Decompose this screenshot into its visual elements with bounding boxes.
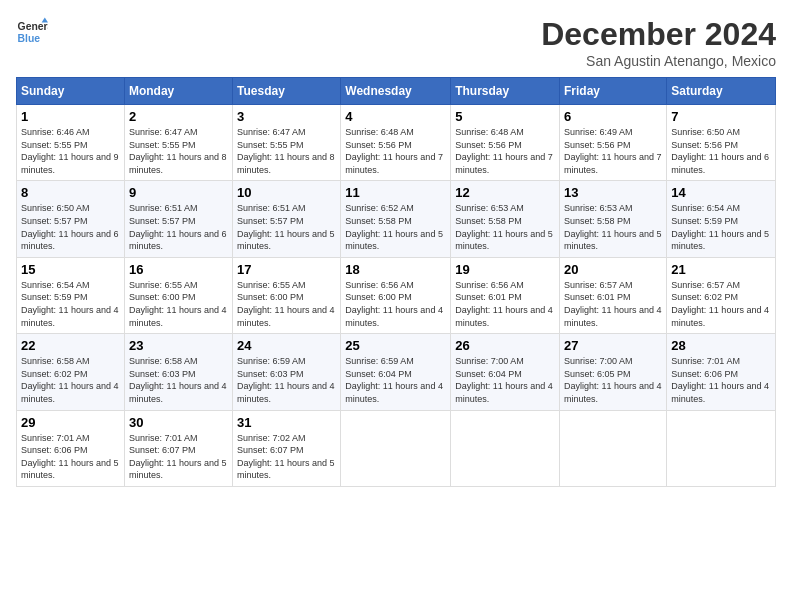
- sunrise-label: Sunrise: 6:57 AM: [671, 280, 740, 290]
- day-number: 18: [345, 262, 446, 277]
- sunrise-label: Sunrise: 6:56 AM: [455, 280, 524, 290]
- calendar-week-row: 15 Sunrise: 6:54 AM Sunset: 5:59 PM Dayl…: [17, 257, 776, 333]
- day-number: 10: [237, 185, 336, 200]
- day-info: Sunrise: 6:58 AM Sunset: 6:02 PM Dayligh…: [21, 355, 120, 405]
- calendar-cell: 30 Sunrise: 7:01 AM Sunset: 6:07 PM Dayl…: [124, 410, 232, 486]
- day-number: 25: [345, 338, 446, 353]
- calendar-cell: 12 Sunrise: 6:53 AM Sunset: 5:58 PM Dayl…: [451, 181, 560, 257]
- header-friday: Friday: [560, 78, 667, 105]
- calendar-cell: 22 Sunrise: 6:58 AM Sunset: 6:02 PM Dayl…: [17, 334, 125, 410]
- sunset-label: Sunset: 6:06 PM: [671, 369, 738, 379]
- sunrise-label: Sunrise: 6:53 AM: [564, 203, 633, 213]
- day-info: Sunrise: 6:50 AM Sunset: 5:57 PM Dayligh…: [21, 202, 120, 252]
- calendar-header-row: SundayMondayTuesdayWednesdayThursdayFrid…: [17, 78, 776, 105]
- sunrise-label: Sunrise: 6:58 AM: [129, 356, 198, 366]
- daylight-label: Daylight: 11 hours and 5 minutes.: [237, 229, 335, 252]
- sunset-label: Sunset: 6:01 PM: [564, 292, 631, 302]
- sunrise-label: Sunrise: 7:01 AM: [21, 433, 90, 443]
- header-tuesday: Tuesday: [233, 78, 341, 105]
- day-number: 30: [129, 415, 228, 430]
- daylight-label: Daylight: 11 hours and 6 minutes.: [21, 229, 119, 252]
- daylight-label: Daylight: 11 hours and 5 minutes.: [237, 458, 335, 481]
- calendar-cell: 17 Sunrise: 6:55 AM Sunset: 6:00 PM Dayl…: [233, 257, 341, 333]
- day-number: 4: [345, 109, 446, 124]
- day-number: 22: [21, 338, 120, 353]
- calendar-cell: 13 Sunrise: 6:53 AM Sunset: 5:58 PM Dayl…: [560, 181, 667, 257]
- calendar-cell: 4 Sunrise: 6:48 AM Sunset: 5:56 PM Dayli…: [341, 105, 451, 181]
- daylight-label: Daylight: 11 hours and 5 minutes.: [564, 229, 662, 252]
- sunset-label: Sunset: 6:02 PM: [671, 292, 738, 302]
- header-sunday: Sunday: [17, 78, 125, 105]
- day-info: Sunrise: 6:48 AM Sunset: 5:56 PM Dayligh…: [455, 126, 555, 176]
- day-number: 21: [671, 262, 771, 277]
- daylight-label: Daylight: 11 hours and 6 minutes.: [129, 229, 227, 252]
- sunset-label: Sunset: 5:57 PM: [237, 216, 304, 226]
- daylight-label: Daylight: 11 hours and 9 minutes.: [21, 152, 119, 175]
- daylight-label: Daylight: 11 hours and 4 minutes.: [455, 381, 553, 404]
- day-number: 1: [21, 109, 120, 124]
- sunrise-label: Sunrise: 6:47 AM: [129, 127, 198, 137]
- day-number: 14: [671, 185, 771, 200]
- day-info: Sunrise: 6:53 AM Sunset: 5:58 PM Dayligh…: [564, 202, 662, 252]
- day-info: Sunrise: 6:57 AM Sunset: 6:02 PM Dayligh…: [671, 279, 771, 329]
- logo: General Blue: [16, 16, 48, 48]
- daylight-label: Daylight: 11 hours and 4 minutes.: [237, 381, 335, 404]
- daylight-label: Daylight: 11 hours and 7 minutes.: [345, 152, 443, 175]
- sunset-label: Sunset: 6:00 PM: [237, 292, 304, 302]
- daylight-label: Daylight: 11 hours and 4 minutes.: [21, 305, 119, 328]
- sunrise-label: Sunrise: 6:59 AM: [345, 356, 414, 366]
- day-info: Sunrise: 7:02 AM Sunset: 6:07 PM Dayligh…: [237, 432, 336, 482]
- sunset-label: Sunset: 5:58 PM: [564, 216, 631, 226]
- day-info: Sunrise: 6:54 AM Sunset: 5:59 PM Dayligh…: [21, 279, 120, 329]
- sunrise-label: Sunrise: 7:02 AM: [237, 433, 306, 443]
- calendar-cell: 20 Sunrise: 6:57 AM Sunset: 6:01 PM Dayl…: [560, 257, 667, 333]
- logo-icon: General Blue: [16, 16, 48, 48]
- sunset-label: Sunset: 5:59 PM: [21, 292, 88, 302]
- sunset-label: Sunset: 5:56 PM: [671, 140, 738, 150]
- day-info: Sunrise: 6:56 AM Sunset: 6:00 PM Dayligh…: [345, 279, 446, 329]
- day-info: Sunrise: 6:59 AM Sunset: 6:04 PM Dayligh…: [345, 355, 446, 405]
- sunrise-label: Sunrise: 6:53 AM: [455, 203, 524, 213]
- day-number: 13: [564, 185, 662, 200]
- calendar-cell: 9 Sunrise: 6:51 AM Sunset: 5:57 PM Dayli…: [124, 181, 232, 257]
- calendar-cell: 18 Sunrise: 6:56 AM Sunset: 6:00 PM Dayl…: [341, 257, 451, 333]
- day-number: 19: [455, 262, 555, 277]
- sunset-label: Sunset: 5:57 PM: [129, 216, 196, 226]
- calendar-cell: 2 Sunrise: 6:47 AM Sunset: 5:55 PM Dayli…: [124, 105, 232, 181]
- daylight-label: Daylight: 11 hours and 4 minutes.: [564, 305, 662, 328]
- sunrise-label: Sunrise: 6:47 AM: [237, 127, 306, 137]
- sunrise-label: Sunrise: 6:50 AM: [671, 127, 740, 137]
- calendar-cell: 26 Sunrise: 7:00 AM Sunset: 6:04 PM Dayl…: [451, 334, 560, 410]
- sunrise-label: Sunrise: 6:51 AM: [237, 203, 306, 213]
- day-info: Sunrise: 7:00 AM Sunset: 6:05 PM Dayligh…: [564, 355, 662, 405]
- day-info: Sunrise: 7:00 AM Sunset: 6:04 PM Dayligh…: [455, 355, 555, 405]
- header-monday: Monday: [124, 78, 232, 105]
- daylight-label: Daylight: 11 hours and 4 minutes.: [237, 305, 335, 328]
- daylight-label: Daylight: 11 hours and 4 minutes.: [21, 381, 119, 404]
- day-number: 23: [129, 338, 228, 353]
- sunrise-label: Sunrise: 7:00 AM: [455, 356, 524, 366]
- day-number: 2: [129, 109, 228, 124]
- sunset-label: Sunset: 6:00 PM: [345, 292, 412, 302]
- day-number: 17: [237, 262, 336, 277]
- calendar-cell: 5 Sunrise: 6:48 AM Sunset: 5:56 PM Dayli…: [451, 105, 560, 181]
- daylight-label: Daylight: 11 hours and 4 minutes.: [455, 305, 553, 328]
- sunrise-label: Sunrise: 6:57 AM: [564, 280, 633, 290]
- day-number: 28: [671, 338, 771, 353]
- day-info: Sunrise: 7:01 AM Sunset: 6:06 PM Dayligh…: [21, 432, 120, 482]
- sunset-label: Sunset: 5:55 PM: [237, 140, 304, 150]
- day-info: Sunrise: 6:55 AM Sunset: 6:00 PM Dayligh…: [237, 279, 336, 329]
- calendar-cell: 15 Sunrise: 6:54 AM Sunset: 5:59 PM Dayl…: [17, 257, 125, 333]
- day-number: 8: [21, 185, 120, 200]
- daylight-label: Daylight: 11 hours and 4 minutes.: [671, 305, 769, 328]
- daylight-label: Daylight: 11 hours and 4 minutes.: [564, 381, 662, 404]
- sunrise-label: Sunrise: 6:52 AM: [345, 203, 414, 213]
- sunrise-label: Sunrise: 6:48 AM: [345, 127, 414, 137]
- calendar-cell: 24 Sunrise: 6:59 AM Sunset: 6:03 PM Dayl…: [233, 334, 341, 410]
- sunrise-label: Sunrise: 6:54 AM: [671, 203, 740, 213]
- day-number: 11: [345, 185, 446, 200]
- sunrise-label: Sunrise: 6:49 AM: [564, 127, 633, 137]
- sunset-label: Sunset: 5:57 PM: [21, 216, 88, 226]
- day-number: 27: [564, 338, 662, 353]
- calendar-cell: 8 Sunrise: 6:50 AM Sunset: 5:57 PM Dayli…: [17, 181, 125, 257]
